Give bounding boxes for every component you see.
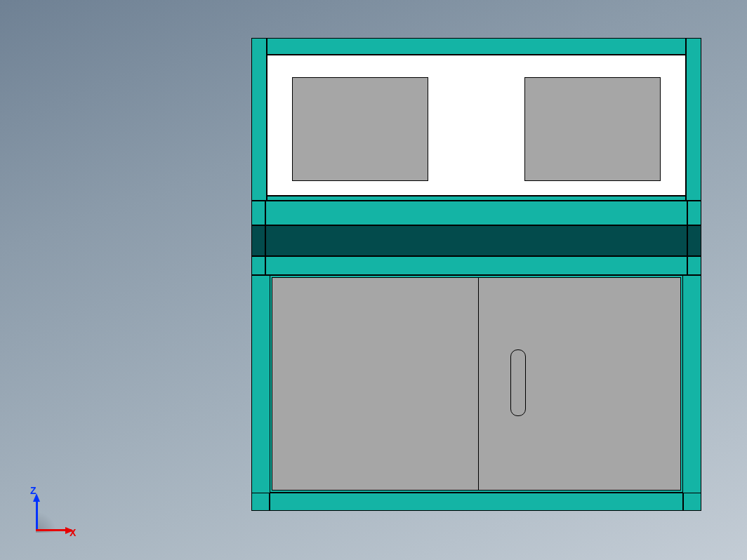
lower-door-panel [272, 277, 681, 491]
upper-window-right [524, 77, 661, 181]
bottom-rail-center [270, 493, 683, 511]
upper-top-rail [267, 38, 686, 55]
mid-strip-2-left [251, 256, 265, 275]
mid-strip-1-right [687, 201, 701, 225]
z-axis-line [36, 502, 38, 531]
mid-strip-2-center [265, 256, 687, 275]
door-handle [510, 349, 526, 416]
upper-bottom-rail [267, 196, 686, 201]
x-axis-line [36, 529, 65, 531]
mid-strip-1-left [251, 201, 265, 225]
mid-dark-right [687, 225, 701, 256]
upper-left-post [251, 38, 267, 201]
mid-dark-center [265, 225, 687, 256]
bottom-rail-left [251, 493, 270, 511]
upper-window-left [292, 77, 428, 181]
mid-dark-left [251, 225, 265, 256]
lower-door-divider [478, 277, 479, 491]
cad-viewport[interactable]: Z X [0, 0, 747, 560]
coordinate-triad: Z X [32, 486, 81, 535]
bottom-rail-right [683, 493, 701, 511]
mid-strip-1-center [265, 201, 687, 225]
x-axis-label: X [70, 527, 76, 538]
mid-strip-2-right [687, 256, 701, 275]
upper-right-post [686, 38, 701, 201]
z-axis-label: Z [30, 485, 37, 496]
